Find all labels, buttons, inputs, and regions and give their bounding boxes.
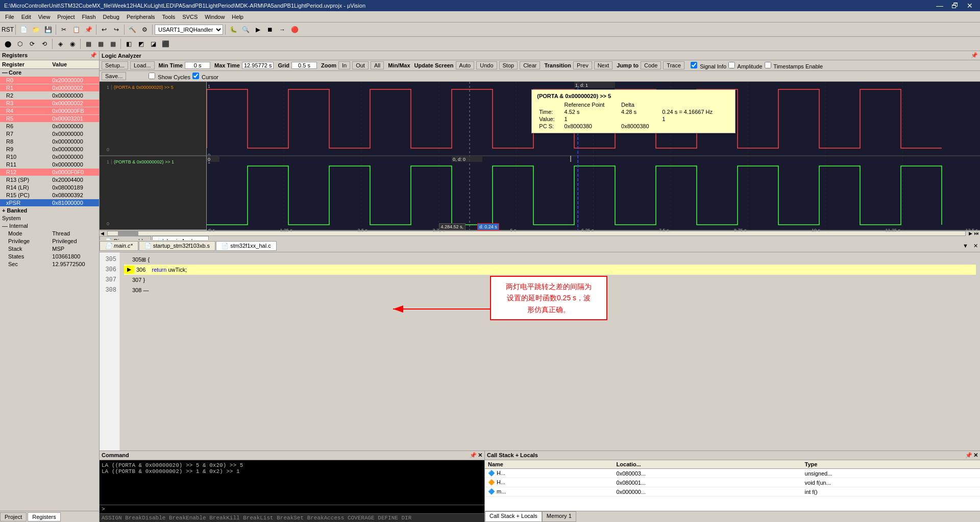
show-cycles-check[interactable] xyxy=(149,73,155,79)
run-btn[interactable]: ▶ xyxy=(252,24,263,35)
close-btn[interactable]: ✕ xyxy=(964,2,976,10)
debug-btn[interactable]: 🐛 xyxy=(228,24,239,35)
open-btn[interactable]: 📁 xyxy=(30,24,41,35)
trace-btn[interactable]: Trace xyxy=(663,61,684,69)
zoom-all-btn[interactable]: All xyxy=(371,61,384,69)
build-btn[interactable]: 🔨 xyxy=(127,24,138,35)
tb2-btn6[interactable]: ◉ xyxy=(67,38,78,50)
ireg-val-sec: 12.95772500 xyxy=(50,260,99,268)
rebuild-btn[interactable]: ⚙ xyxy=(139,24,150,35)
tb2-btn8[interactable]: ▦ xyxy=(95,38,106,50)
redo-btn[interactable]: ↪ xyxy=(111,24,122,35)
menu-item-view[interactable]: View xyxy=(35,13,54,21)
proj-tab-project[interactable]: Project xyxy=(0,512,27,521)
paste-btn[interactable]: 📌 xyxy=(83,24,94,35)
tb2-btn9[interactable]: ▦ xyxy=(107,38,118,50)
menu-item-tools[interactable]: Tools xyxy=(159,13,179,21)
tb2-btn13[interactable]: ⬛ xyxy=(160,38,171,50)
tooltip-ref-pcs: 0x8000380 xyxy=(619,123,660,130)
function-combo[interactable]: USART1_IRQHandler xyxy=(155,25,223,35)
signal-info-check[interactable] xyxy=(691,62,697,68)
tb2-btn10[interactable]: ◧ xyxy=(123,38,134,50)
reg-name-xpsr: xPSR xyxy=(0,199,50,207)
cursor-check[interactable] xyxy=(192,73,199,79)
cut-btn[interactable]: ✂ xyxy=(58,24,69,35)
call-stack-close[interactable]: ✕ xyxy=(973,452,978,459)
tooltip-ref-header: Reference Point xyxy=(562,101,620,108)
cs-name-0: 🔷 H... xyxy=(485,469,614,478)
copy-btn[interactable]: 📋 xyxy=(70,24,82,35)
menu-item-help[interactable]: Help xyxy=(229,13,247,21)
menu-item-peripherals[interactable]: Peripherals xyxy=(124,13,158,21)
reg-val-r4: 0x000000FB xyxy=(50,107,99,115)
call-stack-pin[interactable]: 📌 xyxy=(965,452,972,459)
code-editor-dropdown[interactable]: ▼ xyxy=(961,243,970,249)
timestamps-check[interactable] xyxy=(765,62,771,68)
tb2-btn2[interactable]: ⬡ xyxy=(14,38,26,50)
la-scrollbar-thumb[interactable] xyxy=(118,231,138,235)
menu-item-debug[interactable]: Debug xyxy=(100,13,122,21)
menu-item-svcs[interactable]: SVCS xyxy=(179,13,201,21)
signal-label-1: 1 (PORTA & 0x00000020) >> 5 0 xyxy=(100,82,206,156)
auto-btn[interactable]: Auto xyxy=(456,61,475,69)
tab-startup[interactable]: 📄 startup_stm32f103xb.s xyxy=(139,241,215,251)
prev-btn[interactable]: Prev xyxy=(573,61,592,69)
tb2-btn11[interactable]: ◩ xyxy=(135,38,146,50)
clear-btn[interactable]: Clear xyxy=(520,61,540,69)
menu-item-edit[interactable]: Edit xyxy=(18,13,34,21)
menu-item-file[interactable]: File xyxy=(2,13,17,21)
waveform-container[interactable]: 0 1 0 1 0 0, d: 0 xyxy=(207,82,980,230)
command-pin[interactable]: 📌 xyxy=(470,452,477,459)
cs-tab-memory-1[interactable]: Memory 1 xyxy=(542,511,576,522)
banked-group: + Banked xyxy=(0,207,99,215)
tb2-btn7[interactable]: ▦ xyxy=(83,38,94,50)
line-306-arrow: ▶ xyxy=(124,266,134,274)
find-btn[interactable]: 🔍 xyxy=(240,24,251,35)
step-btn[interactable]: → xyxy=(277,24,288,35)
code-btn[interactable]: Code xyxy=(641,61,661,69)
tab-main-c[interactable]: 📄 main.c* xyxy=(100,241,138,251)
menu-item-window[interactable]: Window xyxy=(202,13,228,21)
tab-hal-c[interactable]: 📄 stm32f1xx_hal.c xyxy=(216,241,277,251)
scroll-left-btn[interactable]: ◀ xyxy=(100,231,105,236)
save2-btn[interactable]: Save... xyxy=(102,72,126,80)
amplitude-check[interactable] xyxy=(728,62,735,68)
ireg-states: States xyxy=(0,253,50,260)
proj-tab-registers[interactable]: Registers xyxy=(28,512,60,521)
zoom-in-btn[interactable]: In xyxy=(338,61,350,69)
tb2-btn5[interactable]: ◈ xyxy=(55,38,66,50)
command-text-input[interactable] xyxy=(107,506,482,512)
undo-btn[interactable]: ↩ xyxy=(99,24,110,35)
save-btn[interactable]: 💾 xyxy=(42,24,54,35)
rst-btn[interactable]: RST xyxy=(2,24,13,35)
registers-header: Registers 📌 xyxy=(0,51,99,60)
menu-item-project[interactable]: Project xyxy=(54,13,78,21)
breakpoint-btn[interactable]: 🔴 xyxy=(289,24,300,35)
menu-item-flash[interactable]: Flash xyxy=(79,13,99,21)
next-btn[interactable]: Next xyxy=(594,61,613,69)
stop-btn2[interactable]: ⏹ xyxy=(264,24,276,35)
zoom-out-btn[interactable]: Out xyxy=(352,61,369,69)
code-editor-close[interactable]: ✕ xyxy=(971,243,980,249)
minimize-btn[interactable]: — xyxy=(933,2,946,10)
reg-name-r2: R2 xyxy=(0,92,50,100)
tb2-btn3[interactable]: ⟳ xyxy=(27,38,38,50)
maximize-btn[interactable]: 🗗 xyxy=(948,2,962,10)
cs-tab-call-stack-+-locals[interactable]: Call Stack + Locals xyxy=(485,511,542,522)
load-btn[interactable]: Load... xyxy=(130,61,155,69)
reg-name-r14 (lr): R14 (LR) xyxy=(0,184,50,192)
tb2-btn4[interactable]: ⟲ xyxy=(39,38,50,50)
command-close[interactable]: ✕ xyxy=(478,452,482,459)
code-editor-controls: ▼ ✕ xyxy=(961,243,980,249)
code-305-text: 305⊞ { xyxy=(132,254,150,265)
stop2-btn[interactable]: Stop xyxy=(499,61,518,69)
new-btn[interactable]: 📄 xyxy=(18,24,29,35)
reg-val-r14 (lr): 0x08000189 xyxy=(50,184,99,192)
command-prompt: > xyxy=(102,506,105,512)
window-controls[interactable]: — 🗗 ✕ xyxy=(933,2,976,10)
tb2-btn1[interactable]: ⬤ xyxy=(2,38,13,50)
undo2-btn[interactable]: Undo xyxy=(476,61,497,69)
tb2-btn12[interactable]: ◪ xyxy=(148,38,159,50)
reg-col-register: Register xyxy=(0,60,50,69)
setup-btn[interactable]: Setup... xyxy=(102,61,128,69)
